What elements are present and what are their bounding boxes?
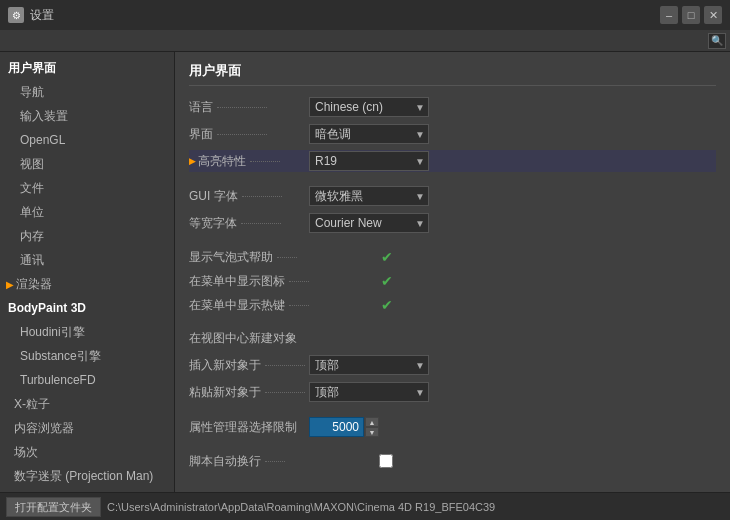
insert-new-control: 顶部 底部 ▼ xyxy=(309,355,716,375)
highlight-label: ▶ 高亮特性 xyxy=(189,153,309,170)
sidebar-item-communication[interactable]: 通讯 xyxy=(0,248,174,272)
toolbar: 🔍 xyxy=(0,30,730,52)
show-icons-label: 在菜单中显示图标 xyxy=(189,273,379,290)
sidebar-item-units[interactable]: 单位 xyxy=(0,200,174,224)
language-label: 语言 xyxy=(189,99,309,116)
mono-font-row: 等宽字体 Courier New Consolas ▼ xyxy=(189,212,716,234)
insert-new-dropdown[interactable]: 顶部 底部 xyxy=(309,355,429,375)
language-dropdown-wrapper[interactable]: Chinese (cn) English ▼ xyxy=(309,97,429,117)
config-path: C:\Users\Administrator\AppData\Roaming\M… xyxy=(107,501,495,513)
object-creation-row: 在视图中心新建对象 xyxy=(189,327,716,349)
window-controls: – □ ✕ xyxy=(660,6,722,24)
bottom-bar: 打开配置文件夹 C:\Users\Administrator\AppData\R… xyxy=(0,492,730,520)
content-area: 用户界面 语言 Chinese (cn) English ▼ 界面 xyxy=(175,52,730,492)
scheme-control: 暗色调 亮色调 ▼ xyxy=(309,124,716,144)
scheme-row: 界面 暗色调 亮色调 ▼ xyxy=(189,123,716,145)
maximize-button[interactable]: □ xyxy=(682,6,700,24)
manager-limit-label: 属性管理器选择限制 xyxy=(189,419,309,436)
window-title: 设置 xyxy=(30,7,660,24)
show-shortcuts-check[interactable]: ✔ xyxy=(381,297,393,313)
insert-new-label: 插入新对象于 xyxy=(189,357,309,374)
object-creation-label: 在视图中心新建对象 xyxy=(189,330,309,347)
main-layout: 用户界面 导航 输入装置 OpenGL 视图 文件 单位 内存 通讯 ▶ 渲染器 xyxy=(0,52,730,492)
sidebar-item-opengl[interactable]: OpenGL xyxy=(0,128,174,152)
language-dropdown[interactable]: Chinese (cn) English xyxy=(309,97,429,117)
mono-font-label: 等宽字体 xyxy=(189,215,309,232)
manager-limit-input-wrapper: ▲ ▼ xyxy=(309,417,379,437)
app-icon: ⚙ xyxy=(8,7,24,23)
show-tooltips-row: 显示气泡式帮助 ✔ xyxy=(189,247,716,267)
scheme-dropdown[interactable]: 暗色调 亮色调 xyxy=(309,124,429,144)
sidebar-item-bodypaint[interactable]: BodyPaint 3D xyxy=(0,296,174,320)
manager-limit-row: 属性管理器选择限制 ▲ ▼ xyxy=(189,416,716,438)
sidebar-item-memory[interactable]: 内存 xyxy=(0,224,174,248)
highlight-dropdown[interactable]: R19 R20 xyxy=(309,151,429,171)
highlight-control: R19 R20 ▼ xyxy=(309,151,716,171)
show-icons-check[interactable]: ✔ xyxy=(381,273,393,289)
sidebar-item-view[interactable]: 视图 xyxy=(0,152,174,176)
gui-font-dropdown-wrapper[interactable]: 微软雅黑 Arial ▼ xyxy=(309,186,429,206)
content-title: 用户界面 xyxy=(189,62,716,86)
sidebar-item-renderer[interactable]: ▶ 渲染器 xyxy=(0,272,174,296)
sidebar-item-import-export[interactable]: 输入装置 xyxy=(0,104,174,128)
sidebar-item-user-interface[interactable]: 用户界面 xyxy=(0,56,174,80)
sidebar-item-digital-scenery[interactable]: 数字迷景 (Projection Man) xyxy=(0,464,174,488)
spinner-up-button[interactable]: ▲ xyxy=(365,417,379,427)
gui-font-row: GUI 字体 微软雅黑 Arial ▼ xyxy=(189,185,716,207)
paste-new-control: 顶部 底部 ▼ xyxy=(309,382,716,402)
insert-new-dropdown-wrapper[interactable]: 顶部 底部 ▼ xyxy=(309,355,429,375)
script-autorun-checkbox[interactable] xyxy=(379,454,393,468)
scheme-label: 界面 xyxy=(189,126,309,143)
script-autorun-row: 脚本自动换行 xyxy=(189,451,716,471)
mono-font-dropdown[interactable]: Courier New Consolas xyxy=(309,213,429,233)
sidebar-item-file[interactable]: 文件 xyxy=(0,176,174,200)
gui-font-control: 微软雅黑 Arial ▼ xyxy=(309,186,716,206)
sidebar-item-navigation[interactable]: 导航 xyxy=(0,80,174,104)
manager-limit-input[interactable] xyxy=(309,417,364,437)
close-button[interactable]: ✕ xyxy=(704,6,722,24)
spinner-down-button[interactable]: ▼ xyxy=(365,427,379,437)
expand-arrow-icon: ▶ xyxy=(6,277,14,292)
sidebar: 用户界面 导航 输入装置 OpenGL 视图 文件 单位 内存 通讯 ▶ 渲染器 xyxy=(0,52,175,492)
highlight-dropdown-wrapper[interactable]: R19 R20 ▼ xyxy=(309,151,429,171)
gui-font-dropdown[interactable]: 微软雅黑 Arial xyxy=(309,186,429,206)
sidebar-item-scene[interactable]: 场次 xyxy=(0,440,174,464)
gui-font-label: GUI 字体 xyxy=(189,188,309,205)
title-bar: ⚙ 设置 – □ ✕ xyxy=(0,0,730,30)
highlight-row: ▶ 高亮特性 R19 R20 ▼ xyxy=(189,150,716,172)
paste-new-row: 粘贴新对象于 顶部 底部 ▼ xyxy=(189,381,716,403)
sidebar-item-content-browser[interactable]: 内容浏览器 xyxy=(0,416,174,440)
scheme-dropdown-wrapper[interactable]: 暗色调 亮色调 ▼ xyxy=(309,124,429,144)
paste-new-dropdown[interactable]: 顶部 底部 xyxy=(309,382,429,402)
sidebar-item-substance[interactable]: Substance引擎 xyxy=(0,344,174,368)
open-config-button[interactable]: 打开配置文件夹 xyxy=(6,497,101,517)
sidebar-item-houdini[interactable]: Houdini引擎 xyxy=(0,320,174,344)
show-icons-row: 在菜单中显示图标 ✔ xyxy=(189,271,716,291)
mono-font-control: Courier New Consolas ▼ xyxy=(309,213,716,233)
paste-new-dropdown-wrapper[interactable]: 顶部 底部 ▼ xyxy=(309,382,429,402)
language-control: Chinese (cn) English ▼ xyxy=(309,97,716,117)
mono-font-dropdown-wrapper[interactable]: Courier New Consolas ▼ xyxy=(309,213,429,233)
highlight-expand-icon: ▶ xyxy=(189,156,196,166)
manager-limit-spinner: ▲ ▼ xyxy=(365,417,379,437)
minimize-button[interactable]: – xyxy=(660,6,678,24)
show-shortcuts-row: 在菜单中显示热键 ✔ xyxy=(189,295,716,315)
show-shortcuts-label: 在菜单中显示热键 xyxy=(189,297,379,314)
script-autorun-label: 脚本自动换行 xyxy=(189,453,379,470)
show-tooltips-check[interactable]: ✔ xyxy=(381,249,393,265)
sidebar-item-timeline[interactable]: 时间线/样条工具 xyxy=(0,488,174,492)
language-row: 语言 Chinese (cn) English ▼ xyxy=(189,96,716,118)
show-tooltips-label: 显示气泡式帮助 xyxy=(189,249,379,266)
search-icon[interactable]: 🔍 xyxy=(708,33,726,49)
paste-new-label: 粘贴新对象于 xyxy=(189,384,309,401)
sidebar-item-x-particles[interactable]: X-粒子 xyxy=(0,392,174,416)
sidebar-item-turbulencefd[interactable]: TurbulenceFD xyxy=(0,368,174,392)
insert-new-row: 插入新对象于 顶部 底部 ▼ xyxy=(189,354,716,376)
manager-limit-control: ▲ ▼ xyxy=(309,417,716,437)
